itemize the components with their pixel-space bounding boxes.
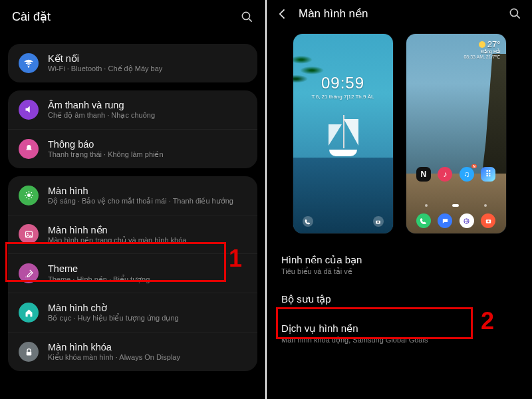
weather-widget: 27° Đặng Hải 08:33 AM, 21/7℃ [464,39,500,60]
row-label: Màn hình nền [48,224,186,236]
row-home[interactable]: Màn hình chờ Bố cục · Huy hiệu biểu tượn… [8,293,257,332]
row-sub: Thanh trạng thái · Không làm phiền [48,150,164,160]
row-sub: Bố cục · Huy hiệu biểu tượng ứng dụng [48,314,179,323]
svg-line-1 [249,18,252,21]
row-connections[interactable]: Kết nối Wi-Fi · Bluetooth · Chế độ Máy b… [8,44,257,82]
svg-point-18 [377,221,378,222]
row-sound[interactable]: Âm thanh và rung Chế độ âm thanh · Nhạc … [8,90,257,129]
svg-rect-14 [26,351,31,355]
page-title: Màn hình nền [299,7,499,21]
settings-pane: Cài đặt Kết nối Wi-Fi · Bluetooth · Chế … [0,0,265,399]
svg-line-10 [26,198,27,198]
preview-home-screen[interactable]: 27° Đặng Hải 08:33 AM, 21/7℃ N ♪ ♫N ⠿ [406,34,506,233]
app-music-icon: ♪ [438,167,452,182]
speaker-icon [19,100,39,120]
wallpaper-options-list: Hình nền của bạn Tiêu biểu và đã tải về … [267,245,532,399]
camera-app-icon [481,213,495,228]
row-label: Màn hình chờ [48,302,179,314]
row-label: Màn hình khóa [48,341,180,353]
svg-line-16 [517,15,520,19]
svg-point-0 [242,12,249,19]
svg-line-8 [26,192,27,193]
page-indicator-active [452,204,459,207]
bell-icon [19,139,39,159]
row-label: Màn hình [48,185,233,197]
svg-point-15 [510,9,517,16]
sun-icon [479,41,485,48]
page-indicator [425,204,428,207]
svg-line-9 [31,198,31,198]
svg-point-21 [487,220,489,222]
preview-lock-screen[interactable]: 09:59 T.6, 21 tháng 7|12 Th.9 ÂL [293,34,393,233]
row-sub: Theme · Hình nền · Biểu tượng [48,275,150,285]
wallpaper-header: Màn hình nền [267,0,532,25]
phone-app-icon [416,213,431,228]
settings-group-display: Màn hình Độ sáng · Bảo vệ cho mắt thoải … [8,176,257,371]
svg-point-3 [27,194,31,197]
row-gallery[interactable]: Bộ sưu tập [267,285,532,314]
row-theme[interactable]: Theme Theme · Hình nền · Biểu tượng [8,253,257,293]
wallpaper-previews: 09:59 T.6, 21 tháng 7|12 Th.9 ÂL 27° [267,25,532,245]
row-label: Theme [48,263,150,275]
messages-app-icon [438,213,452,228]
brush-icon [19,263,39,283]
row-label: Bộ sưu tập [281,293,517,305]
row-your-wallpapers[interactable]: Hình nền của bạn Tiêu biểu và đã tải về [267,245,532,285]
row-label: Thông báo [48,138,164,150]
wallpaper-pane: Màn hình nền 09:59 T.6, 21 tháng 7|12 Th… [267,0,532,399]
app-netflix-icon: N [416,167,431,182]
phone-icon [303,216,313,227]
row-sub: Tiêu biểu và đã tải về [281,267,517,276]
row-label: Kết nối [48,53,162,65]
row-sub: Màn hình khóa động, Samsung Global Goals [281,336,517,344]
search-icon[interactable] [509,7,521,20]
camera-icon [373,216,384,227]
row-sub: Độ sáng · Bảo vệ cho mắt thoải mái · Tha… [48,197,233,206]
settings-group-connections: Kết nối Wi-Fi · Bluetooth · Chế độ Máy b… [8,44,257,82]
back-icon[interactable] [276,7,289,21]
svg-line-11 [31,192,31,193]
row-label: Dịch vụ hình nền [281,323,517,334]
wifi-icon [19,53,39,73]
row-display[interactable]: Màn hình Độ sáng · Bảo vệ cho mắt thoải … [8,176,257,215]
row-sub: Kiểu khóa màn hình · Always On Display [48,353,180,362]
lock-icon [19,342,39,362]
row-label: Hình nền của bạn [281,254,517,266]
lock-clock: 09:59 [293,74,393,92]
image-icon [19,224,39,244]
lock-date: T.6, 21 tháng 7|12 Th.9 ÂL [293,94,393,100]
browser-app-icon [460,213,474,228]
svg-point-13 [27,233,28,234]
sun-icon [19,186,39,205]
row-sub: Màn hình nền trang chủ và màn hình khóa [48,236,186,245]
row-notifications[interactable]: Thông báo Thanh trạng thái · Không làm p… [8,129,257,168]
page-indicator [484,204,487,207]
app-zing-icon: ♫N [460,167,474,182]
row-wallpaper[interactable]: Màn hình nền Màn hình nền trang chủ và m… [8,215,257,254]
row-sub: Wi-Fi · Bluetooth · Chế độ Máy bay [48,65,162,74]
row-lock[interactable]: Màn hình khóa Kiểu khóa màn hình · Alway… [8,332,257,371]
house-icon [19,303,39,323]
row-label: Âm thanh và rung [48,99,155,111]
search-icon[interactable] [241,11,253,23]
settings-header: Cài đặt [0,0,265,40]
row-sub: Chế độ âm thanh · Nhạc chuông [48,111,155,120]
svg-point-2 [28,66,29,67]
row-wallpaper-services[interactable]: Dịch vụ hình nền Màn hình khóa động, Sam… [267,314,532,353]
settings-group-media: Âm thanh và rung Chế độ âm thanh · Nhạc … [8,90,257,168]
app-folder-icon: ⠿ [481,167,495,182]
page-title: Cài đặt [12,9,51,24]
